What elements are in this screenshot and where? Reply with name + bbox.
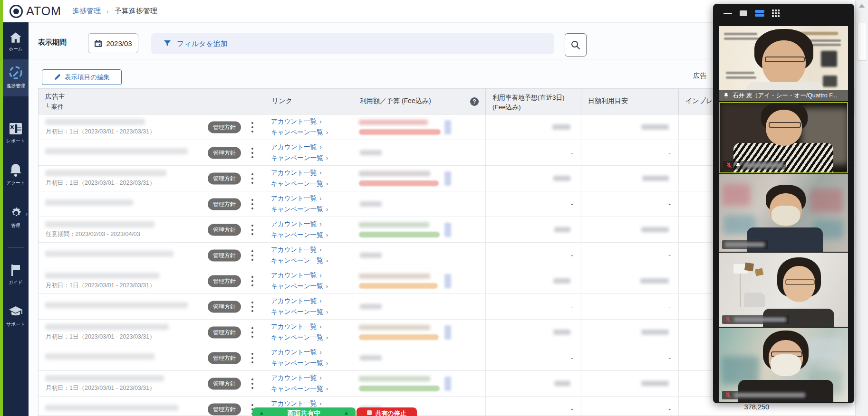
campaign-list-link[interactable]: キャンペーン一覧 › — [271, 180, 353, 188]
help-icon[interactable]: ? — [470, 97, 479, 106]
breadcrumb-parent-link[interactable]: 進捗管理 — [72, 7, 101, 16]
row-menu-kebab[interactable] — [249, 199, 256, 210]
usage-chart-icon-blur — [444, 171, 451, 186]
management-policy-badge[interactable]: 管理方針 — [208, 403, 241, 415]
account-list-link[interactable]: アカウント一覧 › — [271, 220, 353, 228]
campaign-list-link[interactable]: キャンペーン一覧 › — [271, 359, 353, 368]
cell-advertiser: 月初日：1日（2023/03/01 - 2023/03/31）管理方針 — [39, 268, 265, 293]
sidebar-divider — [8, 247, 24, 248]
gallery-view-icon[interactable] — [772, 9, 780, 17]
cell-usage-budget — [353, 345, 486, 370]
cell-forecast — [486, 268, 581, 293]
row-menu-kebab[interactable] — [249, 378, 256, 389]
empty-value-dash: - — [571, 406, 573, 413]
stop-share-button[interactable]: 共有の停止 — [357, 407, 417, 416]
management-policy-badge[interactable]: 管理方針 — [208, 352, 241, 364]
participant-tile-3[interactable] — [719, 174, 848, 252]
management-policy-badge[interactable]: 管理方針 — [208, 326, 241, 338]
campaign-list-link[interactable]: キャンペーン一覧 › — [271, 282, 353, 291]
row-menu-kebab[interactable] — [249, 147, 256, 159]
campaign-list-link[interactable]: キャンペーン一覧 › — [271, 308, 353, 316]
row-menu-kebab[interactable] — [249, 173, 256, 184]
campaign-list-link[interactable]: キャンペーン一覧 › — [271, 333, 353, 342]
cell-daily-target: - — [581, 140, 679, 165]
row-menu-kebab[interactable] — [249, 327, 256, 338]
col-header-daily-target: 日額利用目安 — [581, 89, 679, 114]
campaign-list-link[interactable]: キャンペーン一覧 › — [271, 231, 353, 239]
scrollbar-up-arrow[interactable] — [859, 4, 865, 8]
usage-amount-blur — [360, 150, 382, 155]
cell-daily-target — [581, 371, 679, 396]
screen-sharing-indicator[interactable]: ▲ 画面共有中 ▲ — [252, 407, 356, 416]
minimize-icon[interactable] — [723, 13, 732, 14]
campaign-list-link[interactable]: キャンペーン一覧 › — [271, 154, 353, 162]
sidebar-nav: ホーム 進捗管理 レポート アラート › 管理 — [3, 22, 29, 416]
management-policy-badge[interactable]: 管理方針 — [208, 172, 241, 184]
usage-amount-blur — [359, 325, 430, 330]
advertiser-name-blur — [45, 375, 164, 381]
account-list-link[interactable]: アカウント一覧 › — [271, 297, 353, 305]
account-list-link[interactable]: アカウント一覧 › — [271, 322, 353, 331]
page-scrollbar[interactable] — [855, 0, 868, 416]
budget-progress-bar — [359, 334, 439, 340]
campaign-list-link[interactable]: キャンペーン一覧 › — [271, 205, 353, 214]
account-list-link[interactable]: アカウント一覧 › — [271, 194, 353, 203]
account-list-link[interactable]: アカウント一覧 › — [271, 246, 353, 254]
campaign-list-link[interactable]: キャンペーン一覧 › — [271, 256, 353, 265]
usage-amount-blur — [359, 376, 430, 381]
budget-period-text: 月初日：1日（2023/03/01 - 2023/03/31） — [46, 384, 155, 392]
date-picker[interactable]: 2023/03 — [88, 33, 138, 53]
collapse-arrow-icon: ▲ — [259, 409, 264, 416]
participant-tile-4[interactable] — [719, 253, 848, 327]
management-policy-badge[interactable]: 管理方針 — [208, 378, 241, 389]
restore-window-icon[interactable] — [740, 10, 747, 16]
management-policy-badge[interactable]: 管理方針 — [208, 249, 241, 261]
empty-value-dash: - — [571, 252, 573, 259]
usage-amount-blur — [360, 201, 382, 207]
row-menu-kebab[interactable] — [249, 122, 256, 133]
participant-tile-1[interactable]: 石井 麦（アイ・シー・オー/Quattro F... — [719, 26, 848, 101]
empty-value-dash: - — [668, 149, 671, 157]
pencil-icon — [54, 74, 61, 81]
cell-usage-budget — [353, 243, 486, 268]
sidebar-item-home[interactable]: ホーム — [3, 32, 29, 52]
account-list-link[interactable]: アカウント一覧 › — [271, 143, 353, 151]
sidebar-item-support[interactable]: サポート — [3, 305, 29, 328]
filter-input[interactable]: フィルタを追加 — [151, 33, 554, 54]
search-button[interactable] — [565, 33, 587, 57]
sidebar-item-report[interactable]: レポート — [3, 122, 29, 144]
management-policy-badge[interactable]: 管理方針 — [208, 198, 241, 210]
sidebar-item-admin[interactable]: › 管理 — [3, 206, 29, 229]
management-policy-badge[interactable]: 管理方針 — [208, 224, 241, 236]
empty-value-dash: - — [668, 406, 671, 413]
account-list-link[interactable]: アカウント一覧 › — [271, 348, 353, 357]
campaign-list-link[interactable]: キャンペーン一覧 › — [271, 128, 353, 137]
management-policy-badge[interactable]: 管理方針 — [208, 121, 241, 133]
participant-tile-2[interactable] — [719, 102, 848, 173]
management-policy-badge[interactable]: 管理方針 — [208, 275, 241, 287]
management-policy-badge[interactable]: 管理方針 — [208, 301, 241, 312]
empty-value-dash: - — [668, 303, 671, 311]
breadcrumb: 進捗管理 › 予算進捗管理 — [72, 7, 157, 16]
row-menu-kebab[interactable] — [249, 275, 256, 287]
account-list-link[interactable]: アカウント一覧 › — [271, 374, 353, 382]
account-list-link[interactable]: アカウント一覧 › — [271, 399, 353, 408]
row-menu-kebab[interactable] — [249, 250, 256, 261]
sidebar-item-alert[interactable]: アラート — [3, 163, 29, 186]
campaign-list-link[interactable]: キャンペーン一覧 › — [271, 385, 353, 393]
row-menu-kebab[interactable] — [249, 352, 256, 364]
app-logo[interactable]: ATOM — [10, 4, 61, 18]
scrollbar-thumb[interactable] — [857, 23, 867, 61]
cell-usage-budget — [353, 166, 486, 191]
sidebar-item-progress[interactable]: 進捗管理 — [3, 65, 29, 89]
sidebar-item-guide[interactable]: ガイド — [3, 264, 29, 286]
edit-columns-button[interactable]: 表示項目の編集 — [42, 69, 122, 85]
account-list-link[interactable]: アカウント一覧 › — [271, 117, 353, 126]
management-policy-badge[interactable]: 管理方針 — [208, 147, 241, 159]
participant-tile-5[interactable] — [719, 328, 848, 402]
row-menu-kebab[interactable] — [249, 224, 256, 236]
speaker-view-icon[interactable] — [755, 10, 764, 17]
account-list-link[interactable]: アカウント一覧 › — [271, 169, 353, 177]
row-menu-kebab[interactable] — [249, 301, 256, 312]
account-list-link[interactable]: アカウント一覧 › — [271, 271, 353, 280]
